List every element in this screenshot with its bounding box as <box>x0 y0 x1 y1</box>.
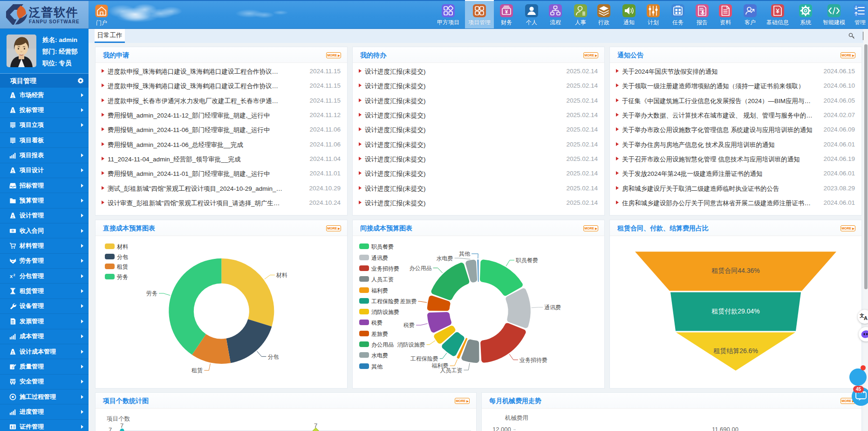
svg-text:¥: ¥ <box>505 9 508 14</box>
svg-text:福利费: 福利费 <box>431 362 449 369</box>
svg-text:0: 0 <box>12 229 14 232</box>
svg-text:通讯费: 通讯费 <box>544 304 561 311</box>
svg-text:2: 2 <box>13 273 15 277</box>
svg-text:分包: 分包 <box>267 354 279 360</box>
svg-text:租赁结算26.6%: 租赁结算26.6% <box>713 347 758 355</box>
svg-text:劳务: 劳务 <box>146 290 157 297</box>
svg-text:租赁: 租赁 <box>191 367 203 374</box>
svg-text:7: 7 <box>109 426 112 431</box>
svg-text:职员餐费: 职员餐费 <box>516 257 538 264</box>
svg-text:差旅费: 差旅费 <box>399 298 417 305</box>
svg-text:其他: 其他 <box>459 250 471 257</box>
svg-text:项目个数: 项目个数 <box>107 416 130 422</box>
svg-text:税费: 税费 <box>403 322 415 328</box>
svg-text:x: x <box>10 273 13 279</box>
svg-text:租赁合同44.36%: 租赁合同44.36% <box>711 267 759 274</box>
svg-text:水电费: 水电费 <box>437 255 453 262</box>
svg-text:消防设施费: 消防设施费 <box>397 341 425 348</box>
svg-text:12,000: 12,000 <box>492 426 511 431</box>
svg-text:A: A <box>864 315 868 321</box>
svg-text:工程保险费: 工程保险费 <box>410 355 438 362</box>
svg-text:办公用品: 办公用品 <box>410 265 432 271</box>
svg-text:7: 7 <box>120 422 123 429</box>
svg-text:11,690.00: 11,690.00 <box>712 426 738 431</box>
svg-text:机械费用: 机械费用 <box>505 415 528 421</box>
svg-text:租赁付款29.04%: 租赁付款29.04% <box>711 307 759 315</box>
svg-text:业务招待费: 业务招待费 <box>519 357 547 363</box>
svg-text:材料: 材料 <box>276 272 287 278</box>
